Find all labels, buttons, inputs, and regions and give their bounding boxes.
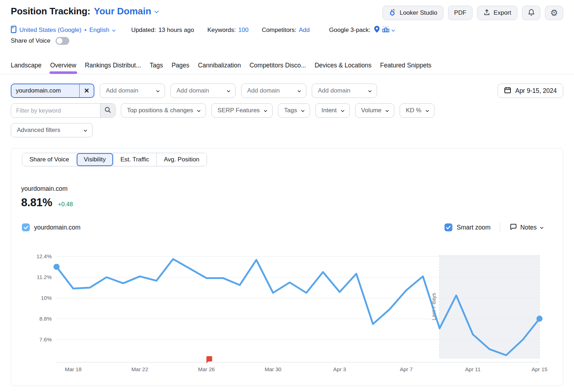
- notifications-button[interactable]: [522, 6, 540, 20]
- filter-dropdown-tags[interactable]: Tags: [278, 103, 310, 118]
- x-axis-tick-label: Apr 11: [465, 366, 481, 372]
- share-of-voice-row: Share of Voice: [0, 37, 574, 45]
- looker-studio-button[interactable]: Looker Studio: [382, 6, 443, 20]
- filter-dropdown-label: Top positions & changes: [127, 107, 193, 114]
- add-domain-button-4[interactable]: Add domain: [312, 84, 377, 98]
- filter-dropdown-label: Intent: [321, 107, 337, 114]
- location-language-selector[interactable]: United States (Google) • English: [11, 25, 115, 35]
- add-domain-label: Add domain: [177, 87, 209, 94]
- chart-legend-row: yourdomain.com Smart zoom Notes: [11, 223, 563, 232]
- looker-studio-label: Looker Studio: [400, 9, 437, 16]
- looker-studio-icon: [389, 8, 396, 18]
- visibility-chart[interactable]: Last 7 days12.4%11.2%10%8.8%7.6%Mar 18Ma…: [11, 246, 556, 376]
- metric-domain-label: yourdomain.com: [21, 185, 563, 193]
- metric-tab-est-traffic[interactable]: Est. Traffic: [113, 153, 156, 166]
- filter-dropdown-kd[interactable]: KD %: [400, 103, 434, 118]
- notes-flag-icon: [509, 223, 517, 232]
- tab-tags[interactable]: Tags: [150, 62, 163, 74]
- device-icon: [11, 25, 17, 35]
- keyword-filter-row: Top positions & changesSERP FeaturesTags…: [0, 103, 574, 118]
- share-of-voice-label: Share of Voice: [11, 37, 51, 44]
- domain-chip-label: yourdomain.com: [11, 87, 79, 94]
- y-axis-tick-label: 10%: [41, 295, 52, 301]
- filter-dropdown-volume[interactable]: Volume: [355, 103, 395, 118]
- x-axis-tick-label: Apr 7: [400, 366, 413, 372]
- x-axis-tick-label: Mar 18: [65, 366, 82, 372]
- tab-rankings-distribut[interactable]: Rankings Distribut...: [85, 62, 141, 74]
- remove-domain-button[interactable]: ✕: [79, 84, 94, 97]
- add-competitors-link[interactable]: Add: [299, 27, 310, 33]
- chart-area: Last 7 days12.4%11.2%10%8.8%7.6%Mar 18Ma…: [11, 246, 563, 377]
- domain-filter-row: yourdomain.com ✕ Add domainAdd domainAdd…: [0, 84, 574, 98]
- export-button[interactable]: Export: [477, 6, 517, 20]
- chevron-down-icon: [197, 108, 201, 112]
- advanced-filter-row: Advanced filters: [0, 123, 574, 137]
- legend-divider: [500, 222, 500, 232]
- chevron-down-icon: [297, 89, 301, 92]
- advanced-filters-button[interactable]: Advanced filters: [11, 123, 93, 137]
- metric-tab-avg-position[interactable]: Avg. Position: [156, 153, 207, 166]
- keyword-filter-input[interactable]: [11, 104, 100, 117]
- visibility-value: 8.81%: [21, 196, 52, 209]
- data-point-dot[interactable]: [53, 264, 60, 270]
- keywords-count: Keywords:100: [207, 27, 249, 34]
- visibility-delta: +0.48: [58, 201, 73, 208]
- metric-tab-share-of-voice[interactable]: Share of Voice: [22, 153, 76, 166]
- advanced-filters-label: Advanced filters: [17, 127, 60, 134]
- data-point-dot[interactable]: [536, 316, 542, 322]
- date-range-label: Apr 9-15, 2024: [515, 87, 557, 95]
- meta-separator: •: [84, 27, 86, 34]
- smart-zoom-checkbox[interactable]: [444, 223, 452, 231]
- metric-tab-visibility[interactable]: Visibility: [76, 153, 113, 166]
- tab-landscape[interactable]: Landscape: [11, 62, 42, 74]
- project-selector[interactable]: Your Domain: [94, 6, 158, 17]
- bell-icon: [527, 8, 535, 18]
- filter-dropdown-serp-features[interactable]: SERP Features: [211, 103, 273, 118]
- page-title: Position Tracking:: [11, 6, 90, 17]
- tab-cannibalization[interactable]: Cannibalization: [198, 62, 241, 74]
- tab-pages[interactable]: Pages: [171, 62, 189, 74]
- calendar-icon: [504, 86, 511, 95]
- tab-featured-snippets[interactable]: Featured Snippets: [380, 62, 432, 74]
- smart-zoom-label: Smart zoom: [457, 224, 490, 231]
- notes-label: Notes: [520, 224, 537, 231]
- map-pin-icon[interactable]: [374, 25, 380, 35]
- date-range-picker[interactable]: Apr 9-15, 2024: [498, 84, 563, 98]
- y-axis-tick-label: 12.4%: [36, 253, 52, 259]
- domain-series-checkbox[interactable]: [22, 223, 30, 231]
- local-pack-grid-icon[interactable]: [382, 26, 390, 34]
- add-domain-label: Add domain: [247, 87, 280, 94]
- add-domain-button-1[interactable]: Add domain: [100, 84, 165, 98]
- gear-icon: ⚙: [550, 9, 558, 17]
- pdf-label: PDF: [454, 9, 466, 16]
- filter-dropdowns: Top positions & changesSERP FeaturesTags…: [121, 103, 434, 118]
- add-domain-button-3[interactable]: Add domain: [241, 84, 306, 98]
- filter-dropdown-intent[interactable]: Intent: [315, 103, 350, 118]
- tab-competitors-disco[interactable]: Competitors Disco...: [249, 62, 306, 74]
- chevron-down-icon[interactable]: [391, 28, 395, 32]
- settings-button[interactable]: ⚙: [545, 6, 563, 20]
- chevron-down-icon: [227, 89, 230, 92]
- tab-devices-locations[interactable]: Devices & Locations: [315, 62, 372, 74]
- notes-dropdown[interactable]: Notes: [509, 223, 543, 232]
- search-icon: [104, 107, 111, 115]
- chevron-down-icon: [368, 89, 372, 92]
- chevron-down-icon: [264, 108, 267, 112]
- keywords-count-link[interactable]: 100: [238, 27, 248, 33]
- x-axis-tick-label: Apr 15: [532, 366, 547, 372]
- chevron-down-icon: [386, 108, 389, 112]
- x-axis-tick-label: Mar 30: [265, 366, 282, 372]
- add-domain-button-2[interactable]: Add domain: [170, 84, 236, 98]
- share-of-voice-toggle[interactable]: [56, 37, 69, 45]
- chevron-down-icon: [112, 28, 116, 32]
- filter-dropdown-label: Tags: [284, 107, 297, 114]
- filter-dropdown-label: KD %: [406, 107, 421, 114]
- filter-dropdown-top-positions-changes[interactable]: Top positions & changes: [121, 103, 206, 118]
- tab-overview[interactable]: Overview: [50, 62, 76, 74]
- legend-domain-label: yourdomain.com: [34, 224, 80, 231]
- keyword-search-button[interactable]: [100, 104, 115, 117]
- chevron-down-icon: [84, 128, 87, 132]
- updated-status: Updated:13 hours ago: [131, 27, 194, 34]
- export-label: Export: [494, 9, 511, 16]
- pdf-button[interactable]: PDF: [448, 6, 472, 20]
